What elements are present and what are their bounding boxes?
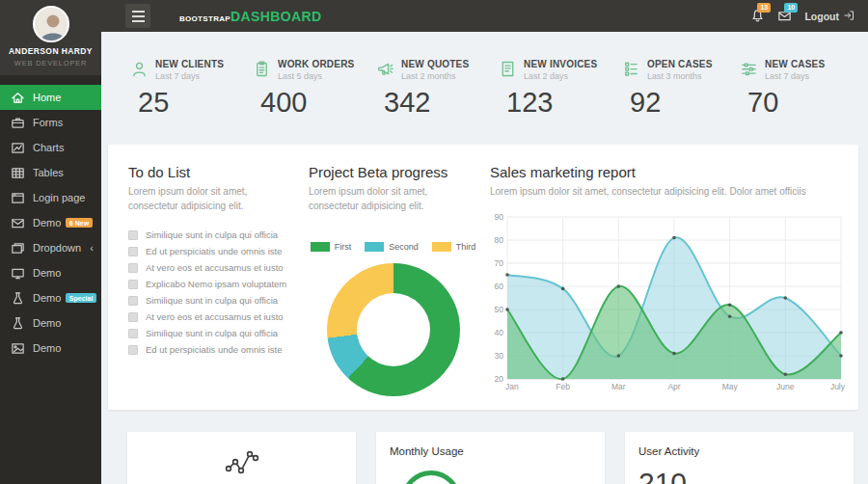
stat-period: Last 7 days: [155, 71, 224, 81]
svg-text:60: 60: [495, 282, 504, 291]
stat-label: NEW CASES: [765, 59, 825, 69]
svg-text:May: May: [722, 382, 739, 391]
stat-label: NEW CLIENTS: [155, 59, 224, 69]
clipboard-icon: [253, 60, 271, 78]
sidebar-item-charts[interactable]: Charts: [0, 135, 101, 160]
todo-item-label: Similique sunt in culpa qui officia: [146, 328, 278, 338]
sidebar-nav: HomeFormsChartsTablesLogin pageDemo6 New…: [0, 85, 101, 361]
donut-title: Project Beta progress: [309, 164, 477, 180]
usage-gauge: [401, 471, 461, 484]
legend-entry-third: Third: [432, 242, 476, 252]
sidebar-item-forms[interactable]: Forms: [0, 110, 101, 135]
todo-item[interactable]: Similique sunt in culpa qui officia: [128, 325, 300, 341]
sidebar-item-demo[interactable]: Demo: [0, 336, 101, 361]
stats-row: NEW CLIENTS Last 7 days 25 WORK ORDERS L…: [101, 32, 868, 143]
sidebar-item-demo[interactable]: Demo: [0, 260, 101, 285]
browser-icon: [11, 191, 25, 205]
todo-item[interactable]: At vero eos et accusamus et iusto: [128, 259, 300, 276]
todo-checkbox[interactable]: [128, 329, 138, 338]
sidebar-item-demo[interactable]: Demo6 New: [0, 210, 101, 235]
user-icon: [130, 60, 149, 78]
svg-text:40: 40: [495, 328, 504, 337]
sidebar: ANDERSON HARDY WEB DEVELOPER HomeFormsCh…: [0, 0, 101, 484]
logout-icon: [843, 10, 854, 23]
todo-checkbox[interactable]: [128, 230, 138, 240]
table-icon: [11, 166, 25, 180]
donut-section: Project Beta progress Lorem ipsum dolor …: [309, 164, 477, 396]
todo-item[interactable]: Similique sunt in culpa qui officia: [128, 292, 300, 309]
todo-checkbox[interactable]: [128, 263, 138, 273]
user-profile: ANDERSON HARDY WEB DEVELOPER: [0, 0, 101, 75]
todo-item-label: Explicabo Nemo ipsam voluptatem: [146, 279, 286, 289]
donut-legend: FirstSecondThird: [309, 242, 477, 252]
todo-item-label: Ed ut perspiciatis unde omnis iste: [146, 246, 283, 256]
donut-hole: [357, 293, 430, 366]
sidebar-item-label: Demo: [33, 317, 61, 329]
todo-checkbox[interactable]: [128, 345, 138, 355]
stat-label: NEW INVOICES: [524, 59, 597, 69]
sidebar-item-badge: Special: [66, 293, 96, 303]
invoice-icon: [499, 60, 517, 78]
todo-item[interactable]: Explicabo Nemo ipsam voluptatem: [128, 276, 300, 292]
bottom-card-monthly-usage: Monthly Usage: [376, 432, 605, 484]
user-role: WEB DEVELOPER: [0, 59, 101, 67]
stat-label: NEW QUOTES: [401, 59, 469, 69]
todo-title: To do List: [128, 164, 300, 180]
logout-button[interactable]: Logout: [804, 10, 854, 23]
todo-checkbox[interactable]: [128, 296, 138, 306]
legend-swatch: [432, 242, 451, 252]
flask-icon: [11, 316, 25, 331]
notifications-mail[interactable]: 10: [777, 9, 793, 24]
todo-checkbox[interactable]: [128, 312, 138, 322]
home-icon: [11, 91, 25, 105]
todo-item-label: At vero eos et accusamus et iusto: [146, 262, 284, 273]
bottom-card-user-activity: User Activity 210: [625, 432, 854, 484]
sales-subtitle: Lorem ipsum dolor sit amet, consectetur …: [490, 185, 847, 200]
stat-new-quotes: NEW QUOTES Last 2 months 342: [376, 59, 497, 119]
todo-item[interactable]: Similique sunt in culpa qui officia: [128, 227, 300, 243]
topbar-actions: 13 10 Logout: [750, 9, 854, 24]
legend-label: First: [335, 242, 352, 252]
sidebar-item-demo[interactable]: Demo: [0, 310, 101, 336]
todo-list: Similique sunt in culpa qui officiaEd ut…: [128, 227, 300, 358]
todo-item-label: Similique sunt in culpa qui officia: [146, 295, 278, 306]
content: NEW CLIENTS Last 7 days 25 WORK ORDERS L…: [101, 32, 868, 484]
todo-item-label: Ed ut perspiciatis unde omnis iste: [146, 344, 283, 355]
chart-icon: [11, 141, 25, 155]
chevron-left-icon: ‹: [90, 242, 94, 254]
stat-label: WORK ORDERS: [278, 59, 354, 69]
window-icon: [11, 241, 25, 255]
flask-icon: [11, 291, 25, 306]
sidebar-item-demo[interactable]: DemoSpecial: [0, 285, 101, 310]
briefcase-icon: [11, 116, 25, 130]
image-icon: [11, 341, 25, 356]
sidebar-item-label: Demo: [33, 217, 61, 229]
sidebar-item-label: Charts: [33, 142, 64, 153]
stat-new-invoices: NEW INVOICES Last 2 days 123: [499, 59, 619, 119]
todo-section: To do List Lorem ipsum dolor sit amet, c…: [128, 164, 300, 358]
user-activity-value: 210: [638, 467, 854, 484]
sales-section: Sales marketing report Lorem ipsum dolor…: [490, 164, 847, 396]
sidebar-item-dropdown[interactable]: Dropdown‹: [0, 235, 101, 260]
todo-item[interactable]: Ed ut perspiciatis unde omnis iste: [128, 243, 300, 259]
stat-value: 400: [260, 87, 373, 119]
todo-checkbox[interactable]: [128, 247, 138, 256]
todo-item[interactable]: At vero eos et accusamus et iusto: [128, 309, 300, 325]
svg-text:80: 80: [495, 235, 504, 245]
todo-checkbox[interactable]: [128, 280, 138, 289]
sales-title: Sales marketing report: [490, 164, 847, 180]
sidebar-item-tables[interactable]: Tables: [0, 160, 101, 185]
stat-work-orders: WORK ORDERS Last 5 days 400: [253, 59, 373, 119]
menu-toggle-button[interactable]: [125, 4, 150, 28]
sidebar-item-home[interactable]: Home: [0, 85, 101, 110]
legend-label: Third: [456, 242, 476, 252]
notifications-bell[interactable]: 13: [750, 9, 766, 24]
stat-label: OPEN CASES: [647, 59, 713, 69]
sidebar-item-label: Demo: [33, 292, 61, 304]
brand-logo[interactable]: BOOTSTRAPDASHBOARD: [179, 9, 322, 24]
sidebar-item-login-page[interactable]: Login page: [0, 185, 101, 210]
todo-item[interactable]: Ed ut perspiciatis unde omnis iste: [128, 341, 300, 358]
stat-period: Last 2 days: [524, 71, 597, 81]
svg-text:90: 90: [495, 212, 504, 222]
megaphone-icon: [376, 60, 394, 78]
